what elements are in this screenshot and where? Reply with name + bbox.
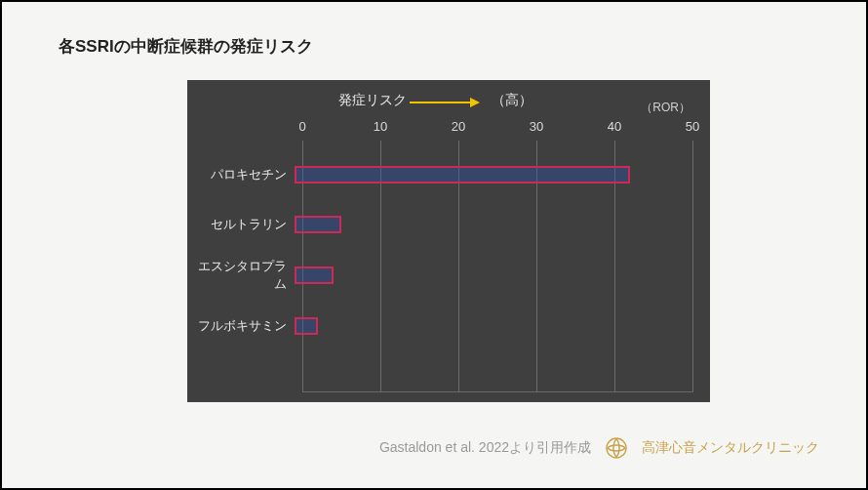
bar-row: セルトラリン (187, 201, 692, 249)
category-label: パロキセチン (187, 166, 295, 184)
bar (295, 216, 341, 233)
ror-unit-label: （ROR） (641, 100, 690, 116)
bar (295, 266, 334, 284)
x-tick-label: 0 (283, 119, 322, 134)
bar-row: エスシタロプラム (187, 252, 692, 300)
high-label: （高） (492, 92, 533, 109)
risk-label: 発症リスク (338, 92, 407, 109)
page-title: 各SSRIの中断症候群の発症リスク (59, 35, 313, 58)
category-label: エスシタロプラム (187, 258, 295, 293)
chart-panel: 発症リスク （高） （ROR） 01020304050パロキセチンセルトラリンエ… (187, 80, 710, 402)
x-tick-label: 10 (361, 119, 400, 134)
bar (295, 166, 630, 184)
gridline (692, 141, 693, 392)
source-citation: Gastaldon et al. 2022より引用作成 (379, 439, 591, 457)
slide-frame: 各SSRIの中断症候群の発症リスク 発症リスク （高） （ROR） 010203… (0, 0, 868, 490)
plot-area: 01020304050パロキセチンセルトラリンエスシタロプラムフルボキサミン (302, 141, 692, 392)
x-tick-label: 50 (673, 119, 712, 134)
bar-row: パロキセチン (187, 150, 692, 198)
arrow-right-icon (410, 102, 478, 103)
category-label: セルトラリン (187, 216, 295, 233)
bar-row: フルボキサミン (187, 302, 692, 349)
chart-inner: 発症リスク （高） （ROR） 01020304050パロキセチンセルトラリンエ… (187, 80, 710, 402)
footer: Gastaldon et al. 2022より引用作成 高津心音メンタルクリニッ… (2, 433, 866, 463)
x-tick-label: 40 (595, 119, 634, 134)
svg-point-0 (607, 438, 626, 458)
chart-header: 発症リスク （高） （ROR） (187, 92, 710, 121)
x-tick-label: 20 (439, 119, 478, 134)
clinic-logo-icon (605, 436, 628, 460)
clinic-name: 高津心音メンタルクリニック (642, 439, 819, 457)
bar (295, 317, 318, 335)
category-label: フルボキサミン (187, 317, 295, 335)
x-axis-baseline (302, 391, 692, 392)
x-tick-label: 30 (517, 119, 556, 134)
